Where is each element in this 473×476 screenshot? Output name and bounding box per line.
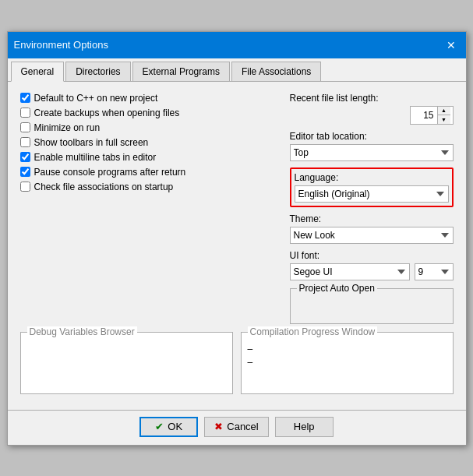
window-title: Environment Options [14,39,108,51]
theme-group: Theme: New Look Classic Dark [290,213,454,244]
spinbox-arrows: ▲ ▼ [437,107,450,124]
checkboxes-panel: Default to C++ on new project Create bac… [20,93,282,324]
cancel-icon: ✖ [214,421,223,432]
checkbox-toolbars[interactable] [20,137,30,147]
language-group: Language: English (Original) German Fren… [290,167,454,207]
help-button[interactable]: Help [275,417,334,437]
checkbox-minimize[interactable] [20,122,30,132]
checkbox-default-cpp[interactable] [20,93,30,103]
checkbox-label-4: Show toolbars in full screen [34,137,149,148]
recent-file-input[interactable] [411,107,437,124]
checkbox-label-3: Minimize on run [34,122,101,133]
bottom-boxes: Debug Variables Browser Compilation Prog… [20,332,454,394]
footer: ✔ OK ✖ Cancel Help [8,410,466,445]
checkbox-row-3: Minimize on run [20,122,282,133]
checkbox-row-6: Pause console programs after return [20,167,282,178]
checkbox-row-2: Create backups when opening files [20,108,282,118]
checkbox-row-1: Default to C++ on new project [20,93,282,104]
right-panel: Recent file list length: ▲ ▼ Editor t [290,93,454,324]
environment-options-window: Environment Options ✕ General Directorie… [7,31,467,446]
tab-general[interactable]: General [11,62,65,82]
ok-button[interactable]: ✔ OK [139,417,198,437]
compilation-title: Compilation Progress Window [248,326,378,337]
editor-tab-group: Editor tab location: Top Bottom Left Rig… [290,131,454,161]
tab-file-associations[interactable]: File Associations [231,62,321,81]
project-auto-open-title: Project Auto Open [297,283,377,294]
checkbox-label-7: Check file associations on startup [34,182,174,192]
theme-select[interactable]: New Look Classic Dark [290,227,454,244]
checkbox-label-6: Pause console programs after return [34,167,186,178]
spin-up-button[interactable]: ▲ [438,107,450,115]
debug-variables-box: Debug Variables Browser [20,332,233,394]
checkbox-label-2: Create backups when opening files [34,108,180,118]
editor-tab-select[interactable]: Top Bottom Left Right [290,144,454,161]
recent-file-spinbox: ▲ ▼ [410,106,454,125]
theme-label: Theme: [290,213,454,224]
spin-down-button[interactable]: ▼ [438,115,450,124]
checkbox-label-5: Enable multiline tabs in editor [34,152,157,163]
main-content: Default to C++ on new project Create bac… [8,82,466,402]
compilation-item-2: – [248,357,447,368]
ok-icon: ✔ [155,421,164,432]
compilation-progress-box: Compilation Progress Window – – [241,332,454,394]
editor-tab-label: Editor tab location: [290,131,454,142]
ui-font-label: UI font: [290,250,454,261]
tab-bar: General Directories External Programs Fi… [8,58,466,82]
checkbox-pause-console[interactable] [20,167,30,177]
checkbox-multiline-tabs[interactable] [20,152,30,162]
tab-directories[interactable]: Directories [65,62,130,81]
checkbox-file-assoc[interactable] [20,182,30,192]
main-area: Default to C++ on new project Create bac… [20,93,454,324]
checkbox-row-7: Check file associations on startup [20,182,282,192]
ui-font-size-select[interactable]: 8 9 10 11 12 [415,263,454,280]
tab-external-programs[interactable]: External Programs [132,62,230,81]
spinbox-container: ▲ ▼ [290,106,454,125]
cancel-label: Cancel [227,421,258,432]
ui-font-row: Segoe UI Arial Tahoma Verdana 8 9 10 [290,263,454,280]
language-select[interactable]: English (Original) German French Spanish [295,185,449,203]
project-auto-open-box: Project Auto Open [290,288,454,324]
debug-variables-title: Debug Variables Browser [27,326,137,337]
ui-font-select[interactable]: Segoe UI Arial Tahoma Verdana [290,263,410,280]
checkbox-row-5: Enable multiline tabs in editor [20,152,282,163]
title-bar: Environment Options ✕ [8,32,466,58]
ok-label: OK [168,421,182,432]
compilation-item-1: – [248,344,447,354]
recent-file-label: Recent file list length: [290,93,454,104]
ui-font-group: UI font: Segoe UI Arial Tahoma Verdana [290,250,454,280]
language-label: Language: [295,172,449,183]
checkbox-backups[interactable] [20,108,30,118]
help-label: Help [294,421,315,432]
checkbox-row-4: Show toolbars in full screen [20,137,282,148]
ui-font-select-wrapper: Segoe UI Arial Tahoma Verdana [290,263,410,280]
cancel-button[interactable]: ✖ Cancel [204,417,268,437]
checkbox-label-1: Default to C++ on new project [34,93,158,104]
ui-font-size-wrapper: 8 9 10 11 12 [415,263,454,280]
recent-file-group: Recent file list length: ▲ ▼ [290,93,454,125]
close-button[interactable]: ✕ [443,37,460,54]
